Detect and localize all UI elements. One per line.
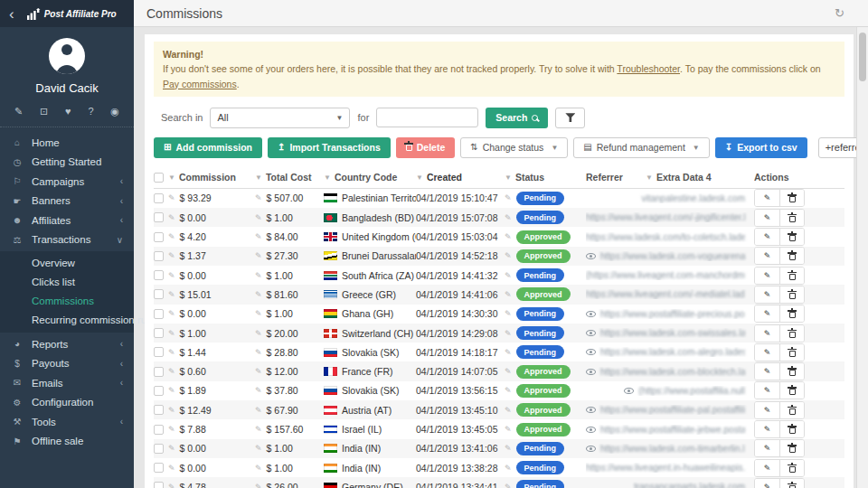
delete-row-button[interactable]	[779, 460, 804, 476]
sidebar-item-tools[interactable]: ⚒Tools‹	[0, 412, 134, 432]
edit-pencil-icon[interactable]: ✎	[168, 425, 175, 434]
refund-management-button[interactable]: ▤ Refund management ▼	[573, 137, 709, 158]
edit-pencil-icon[interactable]: ✎	[168, 232, 175, 241]
edit-row-button[interactable]: ✎	[755, 286, 779, 303]
edit-pencil-icon[interactable]: ✎	[505, 271, 512, 280]
select-all-checkbox[interactable]	[154, 173, 164, 183]
eye-icon[interactable]	[586, 349, 596, 355]
eye-icon[interactable]	[586, 407, 596, 413]
edit-pencil-icon[interactable]: ✎	[505, 232, 512, 241]
row-checkbox[interactable]	[154, 367, 164, 377]
row-checkbox[interactable]	[154, 386, 164, 396]
row-checkbox[interactable]	[154, 212, 164, 222]
delete-row-button[interactable]	[779, 382, 804, 399]
edit-pencil-icon[interactable]: ✎	[505, 367, 512, 376]
page-scrollbar[interactable]	[856, 27, 868, 488]
sidebar-item-campaigns[interactable]: ⚐Campaigns‹	[0, 172, 134, 192]
edit-row-button[interactable]: ✎	[755, 305, 779, 322]
edit-pencil-icon[interactable]: ✎	[255, 425, 262, 434]
edit-row-button[interactable]: ✎	[755, 479, 779, 488]
sidebar-item-affiliates[interactable]: ☻Affiliates‹	[0, 211, 134, 230]
edit-pencil-icon[interactable]: ✎	[255, 464, 262, 473]
edit-row-button[interactable]: ✎	[755, 229, 779, 245]
filter-button[interactable]	[555, 108, 585, 128]
edit-row-button[interactable]: ✎	[755, 363, 779, 380]
devices-icon[interactable]: ⊡	[40, 106, 48, 117]
edit-row-button[interactable]: ✎	[755, 325, 779, 342]
eye-icon[interactable]	[586, 330, 596, 336]
column-header-created[interactable]: ▼Created	[416, 172, 505, 183]
column-header-status[interactable]: ▼Status	[505, 172, 586, 183]
sidebar-item-transactions[interactable]: ⚖Transactions∨	[0, 230, 134, 250]
eye-icon[interactable]	[586, 311, 596, 317]
brand-logo[interactable]: Post Affiliate Pro	[27, 8, 117, 20]
edit-pencil-icon[interactable]: ✎	[168, 329, 175, 338]
export-csv-button[interactable]: ↧ Export to csv	[715, 137, 807, 158]
row-checkbox[interactable]	[154, 405, 164, 415]
row-checkbox[interactable]	[154, 463, 164, 473]
sidebar-subitem-recurring-commission-rules[interactable]: Recurring commission rules	[0, 311, 134, 330]
row-checkbox[interactable]	[154, 347, 164, 357]
collapse-sidebar-icon[interactable]: ‹	[9, 6, 14, 22]
edit-pencil-icon[interactable]: ✎	[505, 193, 512, 202]
edit-pencil-icon[interactable]: ✎	[255, 348, 262, 357]
delete-row-button[interactable]	[779, 210, 804, 226]
refresh-icon[interactable]: ↻	[835, 6, 844, 20]
row-checkbox[interactable]	[154, 328, 164, 338]
eye-icon[interactable]	[624, 388, 634, 394]
edit-pencil-icon[interactable]: ✎	[255, 271, 262, 280]
edit-pencil-icon[interactable]: ✎	[168, 483, 175, 488]
row-checkbox[interactable]	[154, 309, 164, 319]
edit-pencil-icon[interactable]: ✎	[505, 464, 512, 473]
edit-pencil-icon[interactable]: ✎	[255, 290, 262, 299]
column-header-country-code[interactable]: ▼Country Code	[324, 172, 416, 183]
edit-pencil-icon[interactable]: ✎	[168, 464, 175, 473]
sidebar-item-offline-sale[interactable]: ⚑Offline sale	[0, 432, 134, 452]
edit-row-button[interactable]: ✎	[755, 421, 779, 437]
edit-pencil-icon[interactable]: ✎	[505, 348, 512, 357]
edit-pencil-icon[interactable]: ✎	[255, 232, 262, 241]
edit-pencil-icon[interactable]: ✎	[255, 251, 262, 260]
edit-row-button[interactable]: ✎	[755, 402, 779, 418]
pay-commissions-link[interactable]: Pay commissions	[163, 79, 237, 89]
eye-icon[interactable]	[586, 369, 596, 375]
edit-pencil-icon[interactable]: ✎	[255, 483, 262, 488]
delete-row-button[interactable]	[779, 363, 804, 380]
delete-row-button[interactable]	[779, 248, 804, 264]
edit-pencil-icon[interactable]: ✎	[505, 309, 512, 318]
sidebar-item-configuration[interactable]: ⚙Configuration	[0, 393, 134, 413]
edit-profile-icon[interactable]: ✎	[14, 106, 23, 117]
search-input[interactable]	[376, 108, 478, 127]
edit-pencil-icon[interactable]: ✎	[505, 406, 512, 415]
edit-pencil-icon[interactable]: ✎	[255, 309, 262, 318]
edit-row-button[interactable]: ✎	[755, 210, 779, 226]
delete-row-button[interactable]	[779, 267, 804, 284]
edit-pencil-icon[interactable]: ✎	[168, 193, 175, 202]
edit-pencil-icon[interactable]: ✎	[168, 271, 175, 280]
sidebar-subitem-overview[interactable]: Overview	[0, 254, 134, 273]
avatar[interactable]	[49, 38, 85, 74]
edit-pencil-icon[interactable]: ✎	[168, 367, 175, 376]
delete-row-button[interactable]	[779, 479, 804, 488]
delete-row-button[interactable]	[779, 229, 804, 245]
delete-row-button[interactable]	[779, 344, 804, 361]
edit-pencil-icon[interactable]: ✎	[168, 444, 175, 453]
edit-row-button[interactable]: ✎	[755, 344, 779, 361]
edit-pencil-icon[interactable]: ✎	[505, 444, 512, 453]
edit-pencil-icon[interactable]: ✎	[168, 406, 175, 415]
sidebar-item-home[interactable]: ⌂Home	[0, 133, 134, 153]
edit-pencil-icon[interactable]: ✎	[255, 386, 262, 395]
eye-icon[interactable]	[586, 427, 596, 433]
column-header-commission[interactable]: ▼Commission	[168, 172, 255, 183]
edit-row-button[interactable]: ✎	[755, 267, 779, 284]
edit-row-button[interactable]: ✎	[755, 248, 779, 264]
edit-pencil-icon[interactable]: ✎	[505, 483, 512, 488]
help-icon[interactable]: ?	[88, 106, 93, 117]
row-checkbox[interactable]	[154, 444, 164, 454]
change-status-button[interactable]: ⇅ Change status ▼	[460, 137, 568, 158]
sidebar-subitem-commissions[interactable]: Commissions	[0, 292, 134, 311]
edit-row-button[interactable]: ✎	[755, 460, 779, 476]
eye-icon[interactable]	[586, 253, 596, 259]
edit-row-button[interactable]: ✎	[755, 190, 779, 206]
health-icon[interactable]: ♥	[65, 106, 71, 117]
